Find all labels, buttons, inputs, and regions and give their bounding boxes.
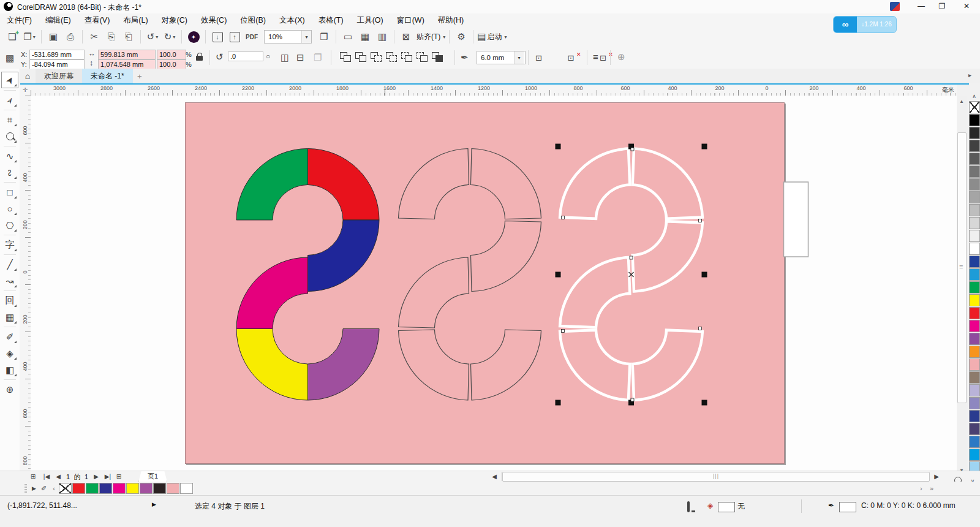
menu-item-6[interactable]: 位图(B) <box>233 13 273 27</box>
drawing-canvas[interactable] <box>31 96 957 471</box>
undo-button[interactable]: ↺▾ <box>145 29 160 45</box>
crop-tool[interactable]: ⌗ <box>2 112 18 127</box>
x-position-input[interactable] <box>29 50 85 59</box>
color-swatch[interactable] <box>969 320 980 332</box>
angle-circle-icon[interactable]: ○ <box>266 52 270 61</box>
color-swatch[interactable] <box>153 483 166 494</box>
color-swatch[interactable] <box>969 230 980 242</box>
artistic-media-tool[interactable]: ∾ <box>2 165 18 180</box>
scale-x-input[interactable] <box>157 50 186 59</box>
menu-item-8[interactable]: 表格(T) <box>312 13 350 27</box>
snap-off-button[interactable]: ⊠ <box>398 29 414 45</box>
next-page-icon[interactable]: ▶ <box>92 471 100 482</box>
menu-item-9[interactable]: 工具(O) <box>350 13 390 27</box>
color-swatch[interactable] <box>969 346 980 358</box>
scroll-up-icon[interactable]: ▲ <box>957 97 967 106</box>
object-height-input[interactable] <box>98 59 156 69</box>
publish-pdf-button[interactable]: PDF <box>244 29 260 45</box>
show-grid-button[interactable]: ▦ <box>357 29 373 45</box>
palette-drag-handle[interactable] <box>24 484 27 493</box>
zoom-level-dropdown-icon[interactable]: ▾ <box>301 31 311 43</box>
rotation-angle-input[interactable] <box>228 51 263 61</box>
document-tab-1[interactable]: 未命名 -1* <box>82 69 133 83</box>
color-swatch[interactable] <box>969 436 980 448</box>
y-position-input[interactable] <box>29 59 85 69</box>
back-minus-front-button[interactable] <box>417 52 428 63</box>
color-swatch[interactable] <box>969 165 980 178</box>
zoom-tool[interactable] <box>2 129 18 144</box>
color-swatch[interactable] <box>126 483 139 494</box>
color-swatch[interactable] <box>969 333 980 345</box>
cloud-download-widget[interactable]: ∞ ↓1.2M 1:26 <box>833 16 897 33</box>
new-document-button[interactable]: ❏+ <box>4 29 20 45</box>
more-tools[interactable]: ⊕ <box>2 382 18 397</box>
node-edit-1-button[interactable]: ⊡ <box>535 53 548 64</box>
show-guidelines-button[interactable]: ▥ <box>374 29 390 45</box>
color-swatch[interactable] <box>180 483 193 494</box>
color-swatch[interactable] <box>113 483 126 494</box>
menu-item-11[interactable]: 帮助(H) <box>431 13 470 27</box>
menu-item-0[interactable]: 文件(F) <box>0 13 39 27</box>
print-button[interactable]: ⎙ <box>62 29 78 45</box>
palette-scroll-right-icon[interactable]: › <box>920 485 922 492</box>
color-swatch[interactable] <box>969 127 980 139</box>
mirror-vertical-icon[interactable]: ⊟ <box>296 52 304 63</box>
s1-magenta-segment[interactable] <box>236 257 308 329</box>
object-width-input[interactable] <box>98 50 156 59</box>
options-gear-button[interactable]: ⚙ <box>453 29 469 45</box>
previous-page-icon[interactable]: ◀ <box>54 471 62 482</box>
add-page-end-icon[interactable]: ⊞ <box>114 471 124 482</box>
zoom-level-combo[interactable]: 10%▾ <box>264 30 312 44</box>
scale-y-input[interactable] <box>157 59 186 69</box>
color-proof-icon[interactable] <box>687 501 690 512</box>
selection-handle[interactable] <box>556 400 561 406</box>
notification-icon[interactable] <box>890 2 900 11</box>
shape-tool[interactable]: ➢ <box>2 93 18 108</box>
s1-blue-segment[interactable] <box>308 220 380 292</box>
color-swatch[interactable] <box>969 410 980 422</box>
selection-handle[interactable] <box>556 272 561 278</box>
color-swatch[interactable] <box>969 384 980 396</box>
export-button[interactable]: ↑ <box>227 29 243 45</box>
redo-dropdown-icon[interactable]: ▾ <box>173 34 175 40</box>
last-page-icon[interactable]: ▶| <box>102 471 114 482</box>
lock-ratio-icon[interactable] <box>196 56 203 61</box>
color-swatch[interactable] <box>969 256 980 268</box>
s1-red-segment[interactable] <box>308 149 380 221</box>
menu-item-5[interactable]: 效果(C) <box>194 13 233 27</box>
color-swatch[interactable] <box>167 483 179 494</box>
rectangle-tool[interactable]: □ <box>2 184 18 200</box>
s3-white-segment[interactable] <box>633 149 703 219</box>
color-swatch[interactable] <box>969 423 980 435</box>
s2-outline-segment[interactable] <box>399 257 469 328</box>
color-swatch[interactable] <box>969 281 980 294</box>
coords-expander-icon[interactable]: ▶ <box>152 501 156 507</box>
weld-button[interactable] <box>340 52 352 63</box>
fill-color-swatch[interactable] <box>718 502 735 512</box>
selection-handle[interactable] <box>702 400 707 406</box>
menu-item-10[interactable]: 窗口(W) <box>390 13 431 27</box>
paste-button[interactable]: ⎗ <box>121 29 137 45</box>
palette-eyedropper-icon[interactable]: ✐ <box>41 485 47 493</box>
palette-scroll-left-icon[interactable]: ‹ <box>53 485 55 492</box>
snap-to-dropdown-icon[interactable]: ▾ <box>443 34 445 40</box>
first-page-icon[interactable]: |◀ <box>40 471 53 482</box>
open-file-dropdown-icon[interactable]: ▾ <box>33 34 36 40</box>
search-content-button[interactable]: ✦ <box>186 29 202 45</box>
horizontal-scroll-thumb[interactable]: ||| <box>502 472 930 482</box>
front-minus-back-button[interactable] <box>401 52 413 63</box>
redo-button[interactable]: ↻▾ <box>162 29 178 45</box>
mirror-horizontal-icon[interactable]: ◫ <box>281 52 289 63</box>
simplify-button[interactable] <box>386 52 398 63</box>
show-rulers-button[interactable]: ▭ <box>340 29 356 45</box>
open-file-button[interactable]: ❐▾ <box>21 29 37 45</box>
s1-purple-segment[interactable] <box>308 329 380 401</box>
save-button[interactable]: ▣ <box>45 29 61 45</box>
color-swatch[interactable] <box>969 217 980 229</box>
palette-more-icon[interactable]: » <box>930 485 933 492</box>
menu-item-3[interactable]: 布局(L) <box>116 13 154 27</box>
s1-green-segment[interactable] <box>236 149 308 221</box>
color-swatch[interactable] <box>59 483 72 494</box>
launch-dropdown-icon[interactable]: ▾ <box>505 34 507 40</box>
color-swatch[interactable] <box>969 140 980 152</box>
